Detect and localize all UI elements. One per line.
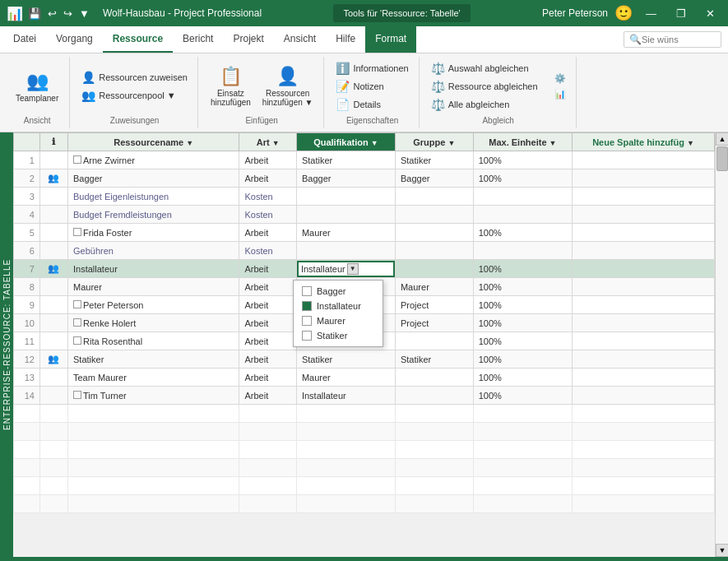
qual-input[interactable]: Installateur (301, 264, 345, 274)
scroll-up-btn[interactable]: ▲ (716, 132, 728, 146)
dropdown-option[interactable]: Maurer (294, 313, 383, 328)
art-filter-icon[interactable]: ▼ (272, 139, 280, 147)
scroll-down-btn[interactable]: ▼ (716, 544, 728, 557)
tab-vorgang[interactable]: Vorgang (46, 26, 103, 53)
scroll-track[interactable] (716, 146, 728, 544)
einfuegen-items: 📋 Einsatzhinzufügen 👤 Ressourcenhinzufüg… (206, 60, 318, 113)
row-checkbox[interactable] (73, 336, 81, 345)
dropdown-option[interactable]: Bagger (294, 284, 383, 299)
row-qual[interactable] (296, 188, 395, 206)
teamplaner-icon: 👥 (26, 71, 49, 92)
ressource-ag-label: Ressource abgleichen (448, 81, 538, 91)
row-checkbox[interactable] (73, 228, 81, 236)
row-qual[interactable]: Statiker (296, 350, 395, 369)
col-qual[interactable]: Qualifikation ▼ (296, 133, 395, 151)
undo-btn[interactable]: ↩ (46, 6, 58, 21)
row-qual[interactable]: Bagger (296, 169, 395, 188)
qual-filter-icon[interactable]: ▼ (371, 139, 378, 147)
row-qual[interactable]: Maurer (296, 224, 395, 242)
row-gruppe: Bagger (395, 169, 473, 188)
row-checkbox[interactable] (73, 155, 81, 164)
teamplaner-btn[interactable]: 👥 Teamplaner (12, 68, 63, 105)
row-name: Budget Fremdleistungen (68, 206, 239, 224)
table-row[interactable]: 5Frida FosterArbeitMaurer100% (14, 224, 715, 242)
tab-ressource[interactable]: Ressource (103, 26, 173, 53)
tab-ansicht[interactable]: Ansicht (274, 26, 326, 53)
row-qual[interactable]: Installateur (296, 387, 395, 405)
col-art[interactable]: Art ▼ (239, 133, 296, 151)
tab-format[interactable]: Format (365, 26, 416, 53)
row-art: Kosten (239, 188, 296, 206)
abgleich-extra-btn[interactable]: 📊 (551, 87, 569, 101)
tab-bericht[interactable]: Bericht (173, 26, 223, 53)
table-row[interactable]: 14Tim TurnerArbeitInstallateur100% (14, 387, 715, 405)
row-checkbox[interactable] (73, 300, 81, 308)
tab-hilfe[interactable]: Hilfe (326, 26, 365, 53)
table-row[interactable]: 4Budget FremdleistungenKosten (14, 206, 715, 224)
row-gruppe: Statiker (395, 151, 473, 169)
gruppe-filter-icon[interactable]: ▼ (447, 139, 455, 147)
row-qual[interactable]: Statiker (296, 151, 395, 169)
zuweisungen-items: 👤 Ressourcen zuweisen 👥 Ressourcenpool ▼ (78, 60, 191, 113)
alle-abgleichen-btn[interactable]: ⚖️ Alle abgleichen (428, 96, 541, 113)
name-filter-icon[interactable]: ▼ (186, 139, 193, 147)
einsatz-btn[interactable]: 📋 Einsatzhinzufügen (206, 63, 255, 109)
dropdown-checkbox[interactable] (302, 331, 312, 341)
redo-btn[interactable]: ↪ (62, 6, 74, 21)
minimize-btn[interactable]: — (639, 7, 663, 20)
dropdown-checkbox[interactable] (302, 316, 312, 326)
row-qual[interactable] (296, 242, 395, 260)
col-max[interactable]: Max. Einheite ▼ (473, 133, 572, 151)
row-checkbox[interactable] (73, 318, 81, 327)
ressource-abgleichen-btn[interactable]: ⚖️ Ressource abgleichen (428, 78, 541, 95)
abgleich-opt-btn[interactable]: ⚙️ (551, 72, 569, 86)
table-row[interactable]: 6GebührenKosten (14, 242, 715, 260)
notizen-btn[interactable]: 📝 Notizen (332, 78, 411, 95)
row-icon (39, 369, 67, 387)
row-qual[interactable]: Installateur▼ (296, 260, 395, 278)
tab-datei[interactable]: Datei (3, 26, 46, 53)
zuweisungen-col: 👤 Ressourcen zuweisen 👥 Ressourcenpool ▼ (78, 69, 191, 104)
search-input[interactable] (642, 35, 716, 44)
row-art: Kosten (239, 206, 296, 224)
auswahl-abgleichen-btn[interactable]: ⚖️ Auswahl abgleichen (428, 60, 541, 76)
new-filter-icon[interactable]: ▼ (687, 139, 694, 147)
tab-projekt[interactable]: Projekt (223, 26, 273, 53)
informationen-btn[interactable]: ℹ️ Informationen (332, 60, 411, 76)
row-number: 14 (14, 387, 40, 405)
dropdown-option[interactable]: Installateur (294, 299, 383, 313)
row-number: 2 (14, 169, 40, 188)
smiley-icon[interactable]: 🙂 (614, 4, 633, 22)
col-name[interactable]: Ressourcename ▼ (68, 133, 239, 151)
details-btn[interactable]: 📄 Details (332, 96, 411, 113)
row-qual[interactable] (296, 206, 395, 224)
table-row[interactable]: 3Budget EigenleistungenKosten (14, 188, 715, 206)
table-row[interactable]: 12👥StatikerArbeitStatikerStatiker100% (14, 350, 715, 369)
save-qa-btn[interactable]: 💾 (26, 6, 43, 21)
table-row[interactable]: 2👥BaggerArbeitBaggerBagger100% (14, 169, 715, 188)
row-name: Budget Eigenleistungen (68, 188, 239, 206)
scroll-thumb[interactable] (716, 146, 728, 171)
ribbon-search-box[interactable]: 🔍 (624, 31, 721, 48)
ressourcenpool-btn[interactable]: 👥 Ressourcenpool ▼ (78, 87, 191, 104)
row-gruppe: Project (395, 314, 473, 332)
qual-dropdown-btn[interactable]: ▼ (347, 263, 359, 275)
vertical-scrollbar[interactable]: ▲ ▼ (715, 132, 728, 557)
row-checkbox[interactable] (73, 391, 81, 399)
ressourcen-hinzufuegen-btn[interactable]: 👤 Ressourcenhinzufügen ▼ (258, 63, 318, 109)
dropdown-option[interactable]: Statiker (294, 328, 383, 343)
table-row[interactable]: 13Team MaurerArbeitMaurer100% (14, 369, 715, 387)
qa-dropdown-btn[interactable]: ▼ (77, 6, 91, 21)
restore-btn[interactable]: ❐ (670, 7, 693, 20)
dropdown-checkbox[interactable] (302, 301, 312, 311)
close-btn[interactable]: ✕ (699, 7, 721, 20)
row-qual[interactable]: Maurer (296, 369, 395, 387)
table-row[interactable]: 7👥InstallateurArbeitInstallateur▼100% (14, 260, 715, 278)
max-filter-icon[interactable]: ▼ (549, 139, 557, 147)
dropdown-checkbox[interactable] (302, 286, 312, 296)
table-row[interactable]: 1Arne ZwirnerArbeitStatikerStatiker100% (14, 151, 715, 169)
ressourcen-zuweisen-btn[interactable]: 👤 Ressourcen zuweisen (78, 69, 191, 86)
col-gruppe[interactable]: Gruppe ▼ (395, 133, 473, 151)
row-gruppe: Project (395, 296, 473, 314)
col-new[interactable]: Neue Spalte hinzufüg ▼ (573, 133, 715, 151)
